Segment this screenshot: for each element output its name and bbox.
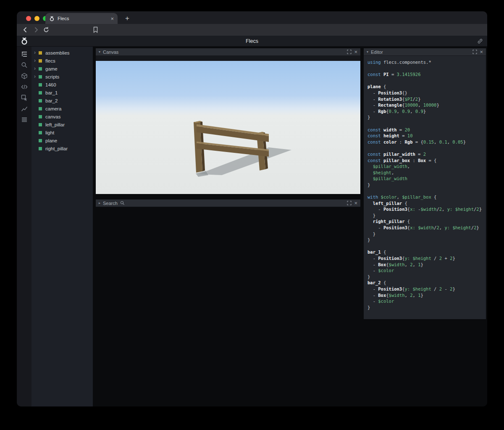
inspect-icon[interactable] xyxy=(21,94,28,101)
code-line: const pillar_width = 2 xyxy=(368,151,483,157)
rows-icon[interactable] xyxy=(21,116,28,123)
canvas-letterbox xyxy=(96,56,360,61)
editor-code[interactable]: using flecs.components.* const PI = 3.14… xyxy=(364,56,486,319)
assets-icon[interactable] xyxy=(21,73,28,79)
bookmark-icon[interactable] xyxy=(92,26,100,33)
code-line xyxy=(368,66,483,72)
tree-item-camera[interactable]: camera xyxy=(32,105,93,113)
3d-scene-canvas[interactable] xyxy=(96,61,360,194)
browser-tab-bar: Flecs × + xyxy=(17,11,487,24)
green-entity-dot xyxy=(39,147,42,150)
tree-expand-chevron-icon[interactable]: › xyxy=(34,49,39,57)
green-entity-dot xyxy=(39,91,42,94)
code-line: using flecs.components.* xyxy=(368,59,483,66)
stats-icon[interactable] xyxy=(21,105,28,112)
code-line: } xyxy=(368,237,483,243)
editor-panel: ▾ Editor × using flecs.components.* cons… xyxy=(364,48,486,319)
close-panel-icon[interactable]: × xyxy=(354,49,357,55)
code-line: - Rgb{0.9, 0.9, 0.9} xyxy=(368,108,483,115)
back-button[interactable] xyxy=(22,26,29,33)
chevron-down-icon[interactable]: ▾ xyxy=(367,48,368,56)
expand-panel-icon[interactable] xyxy=(347,201,352,205)
tree-item-canvas[interactable]: canvas xyxy=(32,113,93,121)
tree-item-right_pillar[interactable]: right_pillar xyxy=(32,144,93,152)
green-entity-dot xyxy=(39,123,42,126)
entities-icon[interactable] xyxy=(21,51,28,58)
tab-close-icon[interactable]: × xyxy=(110,16,114,21)
code-line: right_pillar { xyxy=(368,218,483,225)
new-tab-button[interactable]: + xyxy=(122,13,133,24)
code-line xyxy=(368,188,483,194)
code-line: bar_1 { xyxy=(368,249,483,255)
code-line: - Position3{x: -$width/2, y: $height/2} xyxy=(368,206,483,212)
share-link-icon[interactable] xyxy=(477,38,483,44)
green-entity-dot xyxy=(39,139,42,142)
tree-item-label: game xyxy=(45,66,58,71)
tree-item-flecs[interactable]: ›flecs xyxy=(32,57,93,65)
close-panel-icon[interactable]: × xyxy=(354,200,357,206)
browser-toolbar: flecs.dev/explorer/?wasm=https://www.fle… xyxy=(17,24,487,36)
code-line: } xyxy=(368,231,483,237)
tree-item-bar_2[interactable]: bar_2 xyxy=(32,97,93,105)
tree-item-light[interactable]: light xyxy=(32,128,93,136)
tree-item-label: right_pillar xyxy=(45,146,68,151)
tree-item-label: 1460 xyxy=(45,82,56,87)
flecs-favicon xyxy=(49,16,55,21)
tree-item-scripts[interactable]: ›scripts xyxy=(32,73,93,81)
sky-and-ground xyxy=(96,61,360,194)
code-line: - Rectangle{10000, 10000} xyxy=(368,102,483,108)
code-icon[interactable] xyxy=(21,84,28,90)
search-icon[interactable] xyxy=(21,62,28,68)
green-entity-dot xyxy=(39,131,42,134)
tree-expand-chevron-icon[interactable]: › xyxy=(34,65,39,73)
code-line: } xyxy=(368,212,483,219)
app-header: Flecs xyxy=(17,36,487,47)
green-entity-dot xyxy=(39,99,42,102)
tree-expand-chevron-icon[interactable]: › xyxy=(34,73,39,81)
tree-item-left_pillar[interactable]: left_pillar xyxy=(32,121,93,128)
tree-item-label: left_pillar xyxy=(45,122,65,127)
code-line: } xyxy=(368,274,483,280)
left-icon-strip xyxy=(17,47,32,406)
tree-item-plane[interactable]: plane xyxy=(32,136,93,144)
tree-item-bar_1[interactable]: bar_1 xyxy=(32,89,93,97)
minimize-window-button[interactable] xyxy=(34,16,39,21)
code-line: - Position3{} xyxy=(368,90,483,96)
code-line: - $color xyxy=(368,267,483,274)
forward-button[interactable] xyxy=(33,26,40,33)
code-line: } xyxy=(368,304,483,311)
code-line: plane { xyxy=(368,84,483,90)
code-line: const PI = 3.1415926 xyxy=(368,71,483,78)
code-line: - Position3{y: $height / 2 + 2} xyxy=(368,255,483,262)
close-panel-icon[interactable]: × xyxy=(480,49,483,55)
close-window-button[interactable] xyxy=(26,16,31,21)
tree-item-1460[interactable]: 1460 xyxy=(32,81,93,89)
code-line: const pillar_box : Box = { xyxy=(368,157,483,164)
tree-item-label: scripts xyxy=(45,74,59,79)
tree-item-label: camera xyxy=(45,106,61,111)
tree-item-assemblies[interactable]: ›assemblies xyxy=(32,49,93,57)
reload-button[interactable] xyxy=(43,26,50,33)
canvas-panel-header[interactable]: ▾ Canvas × xyxy=(96,48,360,56)
editor-panel-header[interactable]: ▾ Editor × xyxy=(364,48,486,56)
code-line: - Position3{y: $height / 2 - 2} xyxy=(368,286,483,292)
code-line: const color : Rgb = {0.15, 0.1, 0.05} xyxy=(368,139,483,145)
tree-expand-chevron-icon[interactable]: › xyxy=(34,57,39,65)
search-panel-header[interactable]: ▸ Search × xyxy=(96,199,360,207)
expand-panel-icon[interactable] xyxy=(347,50,352,54)
canvas-panel-title: Canvas xyxy=(103,50,118,55)
chevron-down-icon[interactable]: ▾ xyxy=(99,48,100,56)
code-line: $height, xyxy=(368,170,483,176)
tree-item-label: flecs xyxy=(45,58,55,63)
expand-panel-icon[interactable] xyxy=(472,50,477,54)
tab-title: Flecs xyxy=(58,16,108,21)
code-line: with $color, $pillar_box { xyxy=(368,194,483,200)
canvas-panel: ▾ Canvas × xyxy=(96,48,360,194)
code-line: left_pillar { xyxy=(368,200,483,207)
code-line: - Box{$width, 2, 1} xyxy=(368,292,483,299)
code-line xyxy=(368,121,483,127)
chevron-right-icon[interactable]: ▸ xyxy=(99,199,100,207)
browser-tab[interactable]: Flecs × xyxy=(45,13,118,24)
tree-item-game[interactable]: ›game xyxy=(32,65,93,73)
code-line: $pillar_width xyxy=(368,176,483,182)
